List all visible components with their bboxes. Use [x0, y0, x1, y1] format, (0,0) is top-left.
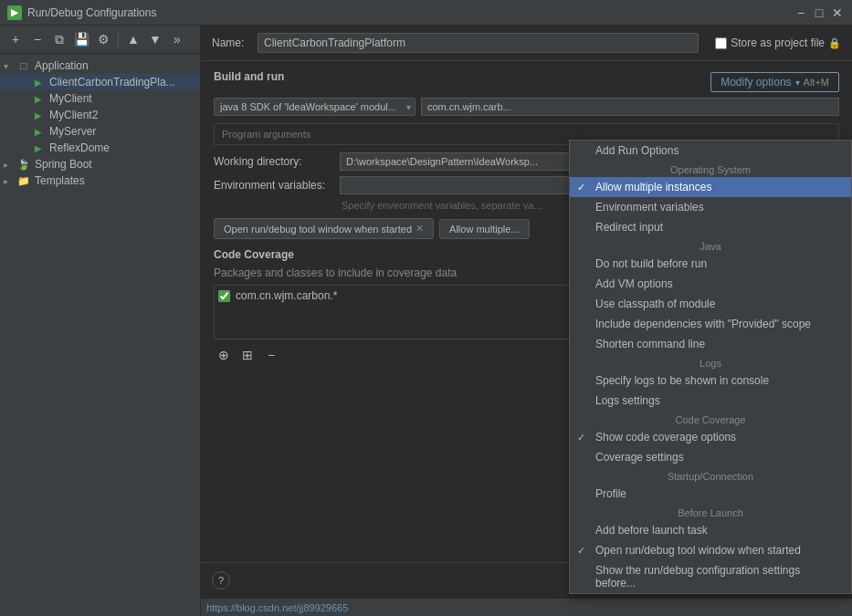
remove-config-button[interactable]: − — [27, 29, 47, 49]
dropdown-item-do-not-build[interactable]: Do not build before run — [570, 254, 851, 274]
dropdown-label-add-before-launch: Add before launch task — [595, 524, 708, 537]
top-bar: Name: Store as project file 🔒 — [201, 26, 852, 61]
add-config-button[interactable]: + — [5, 29, 26, 49]
tree-item-client[interactable]: ▶ ClientCarbonTradingPla... — [0, 74, 200, 90]
tree-icon-myclient: ▶ — [31, 92, 46, 105]
coverage-checkbox[interactable] — [218, 290, 230, 302]
dropdown-label-show-coverage: Show code coverage options — [595, 431, 736, 444]
working-dir-label: Working directory: — [214, 155, 332, 168]
dropdown-label-open-tool-window: Open run/debug tool window when started — [595, 544, 801, 557]
store-project-checkbox[interactable] — [715, 37, 727, 49]
remove-coverage-button[interactable]: − — [261, 345, 281, 365]
close-button[interactable]: ✕ — [830, 5, 845, 20]
dropdown-item-profile[interactable]: Profile — [570, 484, 851, 504]
name-input[interactable] — [258, 33, 699, 53]
save-config-button[interactable]: 💾 — [71, 29, 91, 49]
tree-label-application: Application — [35, 59, 89, 72]
tree-item-myclient2[interactable]: ▶ MyClient2 — [0, 107, 200, 123]
modify-options-button[interactable]: Modify options ▾ Alt+M — [710, 72, 839, 92]
copy-config-button[interactable]: ⧉ — [49, 29, 69, 49]
left-panel: + − ⧉ 💾 ⚙ ▲ ▼ » ▾ □ Application ▶ Client… — [0, 26, 201, 616]
dropdown-item-show-coverage[interactable]: ✓Show code coverage options — [570, 427, 851, 447]
maximize-button[interactable]: □ — [812, 5, 826, 20]
tree-item-templates[interactable]: ▸ 📁 Templates — [0, 172, 200, 189]
dropdown-item-add-before-launch[interactable]: Add before launch task — [570, 520, 851, 540]
status-bar: https://blog.csdn.net/jj89929665 — [201, 598, 852, 616]
close-tag-icon: ✕ — [415, 223, 424, 235]
move-up-button[interactable]: ▲ — [123, 29, 143, 49]
class-input[interactable] — [421, 98, 839, 116]
dropdown-item-redirect-input[interactable]: Redirect input — [570, 217, 851, 237]
dropdown-item-allow-multiple[interactable]: ✓Allow multiple instances — [570, 177, 851, 197]
dropdown-item-coverage-settings[interactable]: Coverage settings — [570, 447, 851, 467]
settings-config-button[interactable]: ⚙ — [93, 29, 113, 49]
add-coverage-button[interactable]: ⊕ — [214, 345, 234, 365]
coverage-item-label: com.cn.wjm.carbon.* — [236, 289, 337, 302]
tree-item-myclient[interactable]: ▶ MyClient — [0, 90, 200, 107]
tree-label-springboot: Spring Boot — [35, 158, 92, 171]
dropdown-check-show-coverage: ✓ — [577, 432, 585, 444]
dropdown-section-java-section: Java — [570, 237, 851, 254]
sdk-select-wrapper[interactable]: java 8 SDK of 'IdeaWorkspace' modul... — [214, 98, 415, 116]
tree-icon-client: ▶ — [31, 76, 46, 89]
dropdown-label-coverage-settings: Coverage settings — [595, 451, 684, 464]
dropdown-label-use-classpath: Use classpath of module — [595, 298, 715, 310]
dropdown-label-profile: Profile — [595, 487, 626, 500]
tree-icon-springboot: 🍃 — [16, 158, 31, 171]
move-down-button[interactable]: ▼ — [145, 29, 165, 49]
dropdown-section-os-section: Operating System — [570, 161, 851, 177]
more-options-button[interactable]: » — [167, 29, 187, 49]
tree-icon-templates: 📁 — [16, 174, 31, 187]
minimize-button[interactable]: − — [794, 5, 808, 20]
dropdown-item-env-vars[interactable]: Environment variables — [570, 197, 851, 217]
modify-options-shortcut: Alt+M — [804, 77, 829, 88]
build-run-row: java 8 SDK of 'IdeaWorkspace' modul... — [214, 98, 839, 116]
window-icon: ▶ — [7, 5, 22, 20]
dropdown-item-add-run-options[interactable]: Add Run Options — [570, 141, 851, 161]
dropdown-item-use-classpath[interactable]: Use classpath of module — [570, 294, 851, 314]
tree-arrow-templates: ▸ — [4, 176, 16, 186]
dropdown-label-shorten-cmd: Shorten command line — [595, 338, 705, 350]
dropdown-section-code-coverage-section: Code Coverage — [570, 411, 851, 427]
store-project-row: Store as project file 🔒 — [715, 37, 841, 49]
modify-options-label: Modify options — [721, 76, 791, 89]
modify-options-dropdown: Add Run OptionsOperating System✓Allow mu… — [569, 140, 852, 594]
dropdown-item-specify-logs[interactable]: Specify logs to be shown in console — [570, 371, 851, 391]
dropdown-item-add-vm-options[interactable]: Add VM options — [570, 274, 851, 294]
tree-arrow-springboot: ▸ — [4, 160, 16, 170]
tree-icon-myclient2: ▶ — [31, 109, 46, 121]
allow-multiple-label: Allow multiple... — [449, 224, 519, 235]
dropdown-item-shorten-cmd[interactable]: Shorten command line — [570, 334, 851, 354]
dropdown-label-include-deps: Include dependencies with "Provided" sco… — [595, 318, 811, 330]
dropdown-item-include-deps[interactable]: Include dependencies with "Provided" sco… — [570, 314, 851, 334]
add-coverage-alt-button[interactable]: ⊞ — [237, 345, 258, 365]
dropdown-item-logs-settings[interactable]: Logs settings — [570, 391, 851, 411]
tree-label-reflexdome: ReflexDome — [49, 141, 110, 154]
tree-label-myclient: MyClient — [49, 92, 92, 105]
tree-item-reflexdome[interactable]: ▶ ReflexDome — [0, 140, 200, 156]
dropdown-check-open-tool-window: ✓ — [577, 545, 585, 557]
dropdown-arrow-icon: ▾ — [795, 78, 800, 88]
dropdown-section-logs-section: Logs — [570, 354, 851, 371]
config-tree: ▾ □ Application ▶ ClientCarbonTradingPla… — [0, 54, 200, 616]
env-vars-label: Environment variables: — [214, 179, 332, 192]
dropdown-check-allow-multiple: ✓ — [577, 182, 585, 193]
allow-multiple-button[interactable]: Allow multiple... — [439, 219, 529, 239]
tree-label-templates: Templates — [35, 174, 85, 187]
dropdown-label-add-run-options: Add Run Options — [595, 144, 678, 157]
dropdown-label-env-vars: Environment variables — [595, 201, 704, 214]
tree-icon-reflexdome: ▶ — [31, 141, 46, 154]
tree-item-springboot[interactable]: ▸ 🍃 Spring Boot — [0, 156, 200, 172]
name-label: Name: — [212, 37, 248, 49]
dropdown-section-startup-section: Startup/Connection — [570, 467, 851, 484]
tree-item-myserver[interactable]: ▶ MyServer — [0, 123, 200, 140]
tree-item-application[interactable]: ▾ □ Application — [0, 57, 200, 74]
help-button[interactable]: ? — [212, 571, 230, 590]
dropdown-item-show-settings[interactable]: Show the run/debug configuration setting… — [570, 560, 851, 593]
tree-label-myserver: MyServer — [49, 125, 96, 138]
dropdown-section-before-launch-section: Before Launch — [570, 504, 851, 520]
dropdown-item-open-tool-window[interactable]: ✓Open run/debug tool window when started — [570, 540, 851, 560]
open-tool-window-button[interactable]: Open run/debug tool window when started … — [214, 218, 434, 239]
dropdown-label-add-vm-options: Add VM options — [595, 277, 673, 290]
sdk-select[interactable]: java 8 SDK of 'IdeaWorkspace' modul... — [214, 98, 415, 116]
